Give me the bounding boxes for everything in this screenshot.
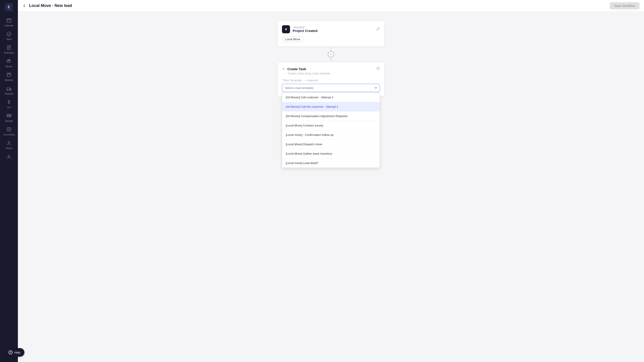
sidebar-item-calendar-label: Calendar — [4, 24, 14, 27]
sidebar-item-accounting[interactable]: Accounting — [0, 125, 18, 138]
sidebar-item-tasks-label: Tasks — [6, 38, 12, 41]
tasks-icon — [6, 31, 12, 37]
calendar-icon — [6, 18, 12, 23]
svg-rect-2 — [7, 19, 11, 22]
sidebar: Calendar Tasks Estimates — [0, 0, 18, 362]
dropdown-item-7[interactable]: [Local Move] Gather basic inventory — [282, 149, 380, 158]
trigger-edit-icon[interactable] — [376, 27, 380, 31]
connector-line-bottom — [331, 57, 331, 62]
svg-rect-32 — [377, 68, 379, 70]
dropdown-item-3[interactable]: [All Moves] Compensation Adjustment Requ… — [282, 111, 380, 121]
workflow-canvas: Trigger Project Created Local Move + — [18, 12, 644, 362]
sidebar-item-calendar[interactable]: Calendar — [0, 16, 18, 29]
dropdown-item-2[interactable]: [All Moves] Call the customer - Attempt … — [282, 102, 380, 111]
sidebar-item-storage-label: Storage — [5, 120, 13, 122]
svg-point-6 — [7, 32, 11, 36]
help-button[interactable]: ? Help — [4, 348, 24, 357]
svg-point-19 — [10, 90, 11, 90]
back-button[interactable] — [22, 4, 26, 8]
svg-point-24 — [10, 116, 10, 117]
sidebar-item-clients[interactable]: Clients — [0, 138, 18, 152]
create-task-title: Create Task — [287, 67, 306, 71]
sidebar-item-booking[interactable]: Booking — [0, 70, 18, 84]
sidebar-item-storage[interactable]: Storage — [0, 111, 18, 125]
sidebar-item-clients-label: Clients — [6, 147, 12, 150]
create-task-card: Create Task Create a task using a task t… — [277, 62, 384, 97]
svg-point-28 — [8, 141, 10, 143]
save-workflow-button[interactable]: Save Workflow — [610, 2, 640, 9]
sidebar-item-estimates[interactable]: Estimates — [0, 43, 18, 56]
clients-icon — [6, 141, 12, 146]
create-task-subtitle: Create a task using a task template. — [282, 72, 380, 75]
task-template-dropdown: [All Moves] Call customer - Attempt 2 [A… — [282, 92, 380, 168]
delete-icon[interactable] — [376, 67, 380, 71]
svg-rect-13 — [7, 73, 11, 77]
header: Local Move - New lead Save Workflow — [18, 0, 644, 12]
live-icon — [6, 100, 12, 105]
storage-icon — [6, 113, 12, 119]
dropdown-item-1[interactable]: [All Moves] Call customer - Attempt 2 — [282, 93, 380, 102]
task-template-select-wrapper: [All Moves] Call customer - Attempt 2 [A… — [282, 84, 380, 92]
sidebar-item-moves-label: Moves — [6, 65, 12, 68]
svg-line-31 — [378, 28, 379, 28]
trigger-name: Project Created — [293, 29, 318, 33]
sidebar-item-moves[interactable]: Moves — [0, 56, 18, 70]
help-icon: ? — [8, 350, 12, 355]
create-task-back-icon[interactable] — [282, 67, 285, 71]
sidebar-item-accounting-label: Accounting — [3, 133, 14, 136]
dropdown-item-6[interactable]: [Local Move] Dispatch move — [282, 140, 380, 149]
trigger-icon — [282, 25, 290, 33]
local-move-tag: Local Move — [282, 36, 304, 42]
svg-rect-11 — [7, 60, 10, 62]
sidebar-item-estimates-label: Estimates — [4, 52, 14, 54]
svg-marker-30 — [285, 28, 287, 31]
svg-point-18 — [7, 90, 8, 90]
sidebar-item-profile[interactable] — [0, 152, 18, 162]
svg-point-23 — [10, 115, 10, 115]
accounting-icon — [6, 127, 12, 132]
sidebar-item-booking-label: Booking — [5, 79, 13, 81]
trigger-card: Trigger Project Created Local Move — [277, 20, 384, 47]
page-title: Local Move - New lead — [29, 3, 607, 8]
task-template-label: *Task Template — required — [282, 79, 380, 82]
sidebar-item-live[interactable]: Live — [0, 97, 18, 111]
app-logo[interactable] — [4, 2, 14, 12]
sidebar-item-dispatch[interactable]: Dispatch — [0, 84, 18, 97]
svg-point-20 — [8, 101, 10, 103]
help-label: Help — [14, 351, 20, 354]
connector: + — [277, 47, 384, 62]
trigger-label: Trigger — [293, 26, 318, 29]
booking-icon — [6, 72, 12, 78]
sidebar-item-dispatch-label: Dispatch — [5, 92, 14, 95]
dispatch-icon — [6, 86, 12, 92]
sidebar-item-tasks[interactable]: Tasks — [0, 29, 18, 43]
main-area: Local Move - New lead Save Workflow Trig… — [18, 0, 644, 362]
moves-icon — [6, 59, 12, 64]
sidebar-item-live-label: Live — [7, 106, 11, 109]
add-step-button[interactable]: + — [328, 51, 334, 57]
svg-rect-17 — [7, 88, 10, 90]
dropdown-item-4[interactable]: [Local Move] Conduct survey — [282, 121, 380, 130]
estimates-icon — [6, 45, 12, 51]
dropdown-item-8[interactable]: [Local move] Lead dead? — [282, 158, 380, 168]
connector-line-top — [331, 47, 331, 51]
dropdown-item-5[interactable]: [Local move] - Confirmation follow up — [282, 130, 380, 140]
task-template-input[interactable] — [282, 84, 380, 92]
svg-point-29 — [8, 155, 10, 157]
profile-icon — [6, 154, 12, 160]
